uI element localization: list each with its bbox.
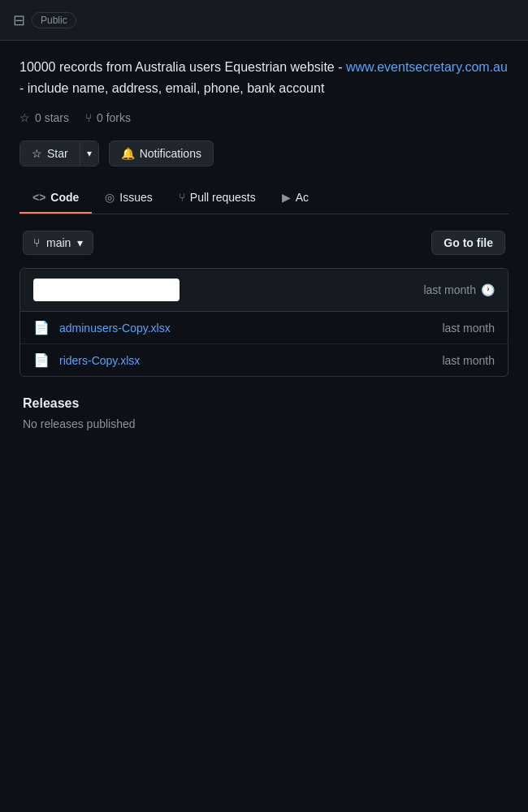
file-name-1[interactable]: adminusers-Copy.xlsx [59, 322, 432, 335]
commit-info [33, 279, 180, 301]
commit-user-avatar [33, 279, 180, 301]
public-badge: Public [32, 12, 76, 28]
commit-time-text: last month [423, 283, 476, 296]
releases-section: Releases No releases published [19, 396, 509, 430]
tab-actions[interactable]: ▶ Ac [269, 183, 322, 214]
notifications-button[interactable]: 🔔 Notifications [109, 140, 214, 166]
branch-dropdown-icon: ▾ [77, 236, 83, 249]
star-button[interactable]: ☆ Star [20, 141, 80, 166]
repo-tabs: <> Code ◎ Issues ⑂ Pull requests ▶ Ac [19, 183, 509, 214]
code-tab-icon: <> [32, 191, 45, 204]
file-name-2[interactable]: riders-Copy.xlsx [59, 354, 432, 367]
issues-tab-icon: ◎ [105, 191, 115, 204]
actions-tab-label: Ac [296, 191, 309, 204]
repo-stats: ☆ 0 stars ⑂ 0 forks [19, 111, 509, 124]
file-table: last month 🕐 📄 adminusers-Copy.xlsx last… [19, 268, 509, 377]
file-icon-1: 📄 [33, 320, 50, 335]
pr-tab-icon: ⑂ [179, 191, 185, 204]
star-btn-label: Star [47, 147, 68, 160]
go-to-file-button[interactable]: Go to file [431, 231, 505, 255]
history-icon: 🕐 [481, 283, 495, 296]
code-tab-label: Code [50, 191, 79, 204]
action-buttons: ☆ Star ▾ 🔔 Notifications [19, 140, 509, 166]
stars-count: 0 stars [35, 111, 69, 124]
file-row: 📄 adminusers-Copy.xlsx last month [20, 312, 508, 344]
pr-tab-label: Pull requests [190, 191, 256, 204]
branch-bar: ⑂ main ▾ Go to file [19, 231, 509, 255]
main-content: 10000 records from Australia users Eques… [0, 41, 528, 463]
commit-time: last month 🕐 [423, 283, 495, 296]
file-row-2: 📄 riders-Copy.xlsx last month [20, 344, 508, 376]
repo-icon: ⊟ [13, 11, 25, 29]
file-time-2: last month [442, 354, 495, 367]
repo-link[interactable]: www.eventsecretary.com.au [346, 60, 508, 74]
tab-pull-requests[interactable]: ⑂ Pull requests [166, 183, 269, 214]
description-after-link: - include name, address, email, phone, b… [19, 81, 324, 95]
repo-content: ⑂ main ▾ Go to file last month 🕐 📄 [19, 214, 509, 447]
branch-icon: ⑂ [33, 236, 40, 249]
star-button-group: ☆ Star ▾ [19, 140, 99, 166]
repo-description: 10000 records from Australia users Eques… [19, 57, 509, 98]
file-icon-2: 📄 [33, 352, 50, 368]
branch-selector-button[interactable]: ⑂ main ▾ [23, 231, 93, 255]
forks-count: 0 forks [97, 111, 131, 124]
fork-icon: ⑂ [85, 111, 92, 124]
top-bar: ⊟ Public [0, 0, 528, 41]
releases-title: Releases [23, 396, 505, 411]
tab-code[interactable]: <> Code [19, 183, 92, 214]
issues-tab-label: Issues [119, 191, 152, 204]
notifications-label: Notifications [140, 147, 201, 160]
branch-name: main [46, 236, 71, 249]
forks-stat[interactable]: ⑂ 0 forks [85, 111, 131, 124]
stars-stat[interactable]: ☆ 0 stars [19, 111, 69, 124]
bell-icon: 🔔 [121, 147, 135, 160]
tab-issues[interactable]: ◎ Issues [92, 183, 165, 214]
star-dropdown-button[interactable]: ▾ [80, 141, 98, 166]
actions-tab-icon: ▶ [282, 191, 291, 204]
dropdown-arrow-icon: ▾ [87, 148, 92, 159]
file-table-header: last month 🕐 [20, 269, 508, 312]
description-before-link: 10000 records from Australia users Eques… [19, 60, 346, 74]
star-btn-icon: ☆ [32, 147, 42, 160]
file-time-1: last month [442, 322, 495, 335]
star-icon: ☆ [19, 111, 30, 124]
releases-empty-text: No releases published [23, 417, 505, 430]
